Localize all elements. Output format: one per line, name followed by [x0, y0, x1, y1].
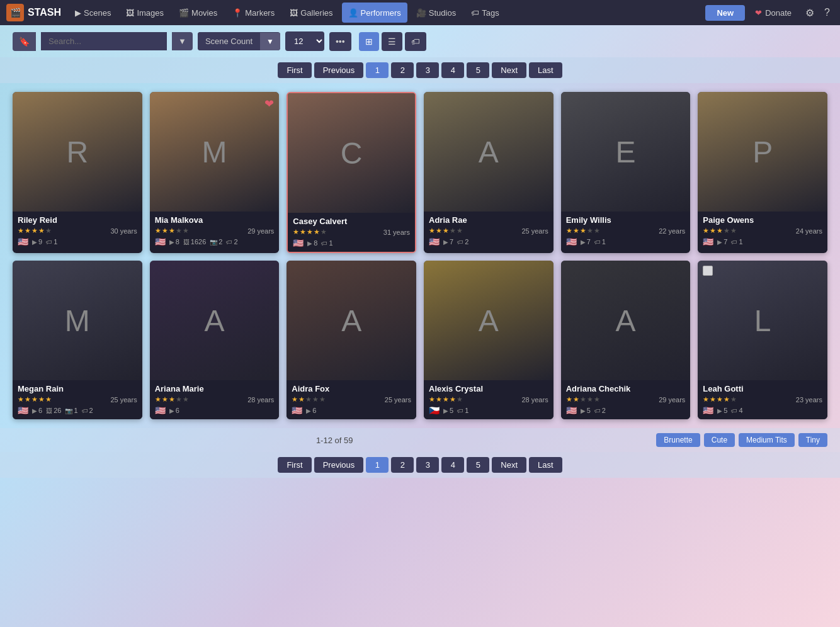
next-page-top-button[interactable]: Next	[492, 62, 526, 78]
card-body: Mia Malkova★★★★★29 years🇺🇸▶8🖼1626📷2🏷2	[150, 212, 280, 251]
page-3-top-button[interactable]: 3	[416, 62, 439, 78]
performer-flag: 🇺🇸	[293, 238, 304, 248]
performer-flag: 🇺🇸	[18, 237, 28, 247]
stat-item: 🏷1	[594, 238, 606, 246]
performer-card[interactable]: MMegan Rain★★★★★25 years🇺🇸▶6🖼26📷1🏷2	[13, 261, 142, 419]
performer-image: R	[13, 92, 142, 212]
tag-pill[interactable]: Cute	[704, 433, 735, 447]
list-view-button[interactable]: ☰	[382, 32, 402, 51]
performer-card[interactable]: AAlexis Crystal★★★★★28 years🇨🇿▶5🏷1	[424, 261, 553, 419]
logo-icon: 🎬	[6, 4, 24, 21]
performer-card[interactable]: LLeah Gotti★★★★★23 years🇺🇸▶5🏷4	[698, 261, 827, 419]
page-5-top-button[interactable]: 5	[467, 62, 489, 78]
bookmark-button[interactable]: 🔖	[13, 32, 36, 51]
performer-card[interactable]: EEmily Willis★★★★★22 years🇺🇸▶7🏷1	[561, 92, 691, 253]
performer-card[interactable]: AAidra Fox★★★★★25 years🇺🇸▶6	[287, 261, 416, 419]
prev-page-bottom-button[interactable]: Previous	[314, 457, 364, 473]
page-3-bottom-button[interactable]: 3	[416, 457, 439, 473]
nav-markers[interactable]: 📍 Markers	[226, 3, 281, 23]
filter-button[interactable]: ▼	[172, 32, 193, 50]
sort-dropdown-button[interactable]: ▼	[260, 33, 280, 50]
nav-studios-label: Studios	[429, 8, 456, 18]
page-2-bottom-button[interactable]: 2	[391, 457, 414, 473]
card-checkbox[interactable]	[703, 266, 713, 276]
performer-name: Megan Rain	[18, 384, 137, 393]
nav-movies[interactable]: 🎬 Movies	[173, 3, 224, 23]
grid-view-button[interactable]: ⊞	[359, 32, 379, 51]
performer-card[interactable]: RRiley Reid★★★★★30 years🇺🇸▶9🏷1	[13, 92, 142, 253]
view-toggles: ⊞ ☰ 🏷	[359, 32, 426, 51]
performer-card[interactable]: M❤Mia Malkova★★★★★29 years🇺🇸▶8🖼1626📷2🏷2	[150, 92, 280, 253]
tag-pill[interactable]: Medium Tits	[739, 433, 795, 447]
performer-card[interactable]: AAdria Rae★★★★★25 years🇺🇸▶7🏷2	[424, 92, 553, 253]
performer-age: 22 years	[659, 227, 685, 235]
nav-galleries[interactable]: 🖼 Galleries	[283, 3, 339, 23]
nav-images[interactable]: 🖼 Images	[120, 3, 170, 23]
performer-stars: ★★★★★	[292, 395, 326, 404]
performer-card[interactable]: AAriana Marie★★★★★28 years🇺🇸▶6	[150, 261, 280, 419]
nav-tags[interactable]: 🏷 Tags	[465, 3, 505, 23]
performer-stars: ★★★★★	[293, 228, 327, 236]
stat-icon: ▶	[32, 407, 37, 414]
stat-item: ▶5	[581, 407, 591, 414]
tag-view-button[interactable]: 🏷	[405, 32, 426, 51]
search-input[interactable]	[41, 32, 167, 50]
performer-meta: ★★★★★25 years	[18, 395, 137, 404]
performer-stats: 🇺🇸▶9🏷1	[18, 237, 137, 247]
card-body: Adriana Chechik★★★★★29 years🇺🇸▶5🏷2	[561, 380, 691, 419]
stat-icon: 🏷	[594, 407, 601, 414]
nav-performers-label: Performers	[361, 8, 401, 18]
settings-button[interactable]: ⚙	[802, 4, 818, 21]
first-page-top-button[interactable]: First	[278, 62, 311, 78]
performer-flag: 🇺🇸	[703, 237, 713, 247]
nav-performers[interactable]: 👤 Performers	[342, 3, 407, 23]
last-page-top-button[interactable]: Last	[529, 62, 562, 78]
stat-item: 🏷4	[731, 407, 742, 414]
performer-stats: 🇺🇸▶5🏷2	[566, 405, 686, 415]
page-5-bottom-button[interactable]: 5	[467, 457, 489, 473]
performer-flag: 🇨🇿	[429, 405, 440, 415]
performer-stats: 🇺🇸▶6	[155, 405, 275, 415]
stat-icon: 🖼	[183, 239, 190, 246]
performer-card[interactable]: PPaige Owens★★★★★24 years🇺🇸▶7🏷1	[698, 92, 827, 253]
more-options-button[interactable]: •••	[329, 32, 351, 51]
performer-card[interactable]: AAdriana Chechik★★★★★29 years🇺🇸▶5🏷2	[561, 261, 691, 419]
prev-page-top-button[interactable]: Previous	[314, 62, 364, 78]
first-page-bottom-button[interactable]: First	[278, 457, 311, 473]
donate-label: Donate	[765, 8, 792, 18]
stat-item: 🏷1	[457, 407, 468, 414]
tag-pills: BrunetteCuteMedium TitsTiny	[656, 433, 827, 447]
stat-icon: ▶	[717, 407, 722, 414]
performer-image: A	[424, 92, 553, 212]
count-select[interactable]: 12 24 48 100	[285, 31, 324, 51]
performer-meta: ★★★★★22 years	[566, 227, 686, 235]
nav-images-label: Images	[137, 8, 164, 18]
page-4-top-button[interactable]: 4	[441, 62, 464, 78]
stat-icon: ▶	[169, 239, 174, 246]
tag-pill[interactable]: Brunette	[656, 433, 700, 447]
tag-pill[interactable]: Tiny	[798, 433, 827, 447]
donate-button[interactable]: ❤ Donate	[747, 5, 799, 21]
app-logo[interactable]: 🎬 STASH	[6, 4, 61, 21]
stat-icon: 🏷	[457, 239, 463, 246]
next-page-bottom-button[interactable]: Next	[492, 457, 526, 473]
page-1-bottom-button[interactable]: 1	[366, 457, 389, 473]
card-body: Megan Rain★★★★★25 years🇺🇸▶6🖼26📷1🏷2	[13, 380, 142, 419]
stat-item: ▶7	[717, 238, 727, 246]
card-body: Alexis Crystal★★★★★28 years🇨🇿▶5🏷1	[424, 380, 553, 419]
favorite-icon[interactable]: ❤	[264, 97, 274, 111]
stat-item: 📷2	[210, 238, 222, 246]
page-2-top-button[interactable]: 2	[391, 62, 414, 78]
performer-card[interactable]: CCasey Calvert★★★★★31 years🇺🇸▶8🏷1	[287, 92, 416, 253]
nav-studios[interactable]: 🎥 Studios	[410, 3, 462, 23]
page-4-bottom-button[interactable]: 4	[441, 457, 464, 473]
nav-scenes[interactable]: ▶ Scenes	[69, 3, 117, 23]
nav-galleries-label: Galleries	[300, 8, 332, 18]
new-button[interactable]: New	[705, 5, 745, 21]
performer-age: 23 years	[796, 396, 822, 404]
performer-meta: ★★★★★23 years	[703, 395, 822, 404]
help-button[interactable]: ?	[820, 4, 834, 21]
page-1-top-button[interactable]: 1	[366, 62, 389, 78]
last-page-bottom-button[interactable]: Last	[529, 457, 562, 473]
nav-movies-label: Movies	[191, 8, 217, 18]
